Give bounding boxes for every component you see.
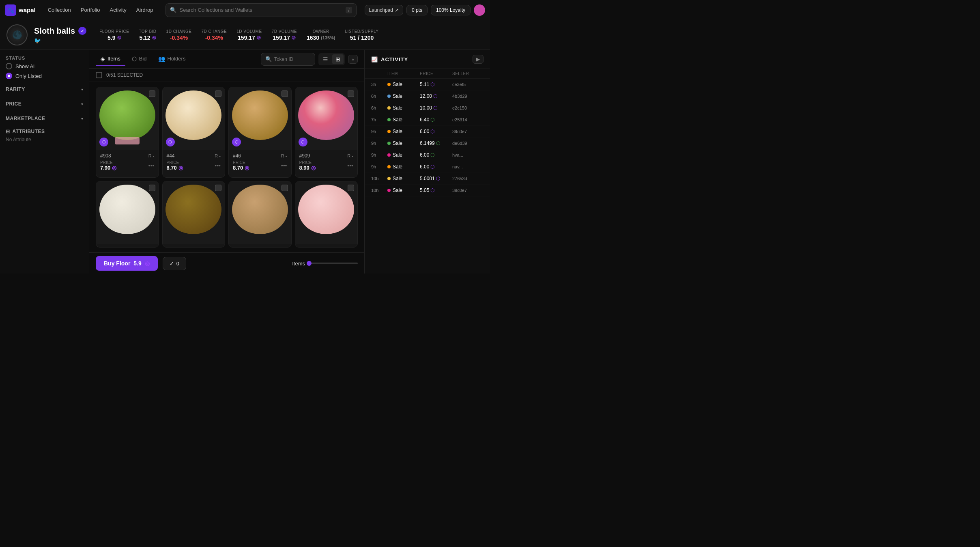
- nft-card-1[interactable]: ⬡ #44 R - PRICE 8.70 ◎: [162, 87, 226, 178]
- floor-price-label: FLOOR PRICE: [99, 29, 129, 34]
- token-id-input[interactable]: [274, 56, 311, 62]
- activity-row-2[interactable]: 6h Sale 10.00 ⬡ e2c150: [365, 102, 490, 114]
- center-panel: ◈ Items ⬡ Bid 👥 Holders 🔍 ☰ ⊞ »: [89, 50, 364, 274]
- wallet-avatar[interactable]: [474, 4, 485, 16]
- slider-track[interactable]: [309, 263, 358, 264]
- nav-airdrop[interactable]: Airdrop: [132, 4, 157, 15]
- nft-checkbox-7[interactable]: [348, 185, 354, 191]
- nft-card-4[interactable]: [96, 181, 159, 248]
- grid-view-btn[interactable]: ⊞: [332, 54, 344, 64]
- stat-owner: OWNER 1630 (135%): [307, 29, 335, 41]
- nft-marketplace-badge-3: ⬡: [299, 138, 307, 146]
- buy-floor-button[interactable]: Buy Floor 5.9 ◎: [96, 256, 158, 271]
- activity-row-3[interactable]: 7h Sale 6.40 ⬡ e25314: [365, 114, 490, 126]
- bid-tab-icon: ⬡: [132, 56, 137, 62]
- price-label-0: PRICE: [100, 160, 116, 165]
- logo[interactable]: 🐾 wapal: [5, 4, 36, 16]
- supply-value: 51 / 1200: [350, 34, 374, 41]
- tab-bid[interactable]: ⬡ Bid: [127, 52, 152, 66]
- activity-row-8[interactable]: 10h Sale 5.0001 ⬡ 27653d: [365, 173, 490, 185]
- nav-right: Launchpad ↗ 0 pts 100% Loyalty: [365, 4, 485, 16]
- list-view-btn[interactable]: ☰: [320, 54, 331, 64]
- select-all-checkbox[interactable]: [96, 72, 102, 78]
- rarity-filter-header[interactable]: RARITY ▾: [6, 85, 83, 94]
- activity-row-4[interactable]: 9h Sale 6.00 ⬡ 39c0e7: [365, 126, 490, 138]
- nav-portfolio[interactable]: Portfolio: [77, 4, 104, 15]
- slider-thumb[interactable]: [307, 261, 312, 266]
- nft-more-btn-1[interactable]: •••: [215, 162, 221, 169]
- nft-checkbox-4[interactable]: [149, 185, 155, 191]
- price-filter-header[interactable]: PRICE ▾: [6, 99, 83, 108]
- nft-grid: ⬡ #908 R - PRICE 7.90 ◎: [89, 82, 364, 252]
- activity-row-1[interactable]: 6h Sale 12.00 ⬡ 4b3d29: [365, 90, 490, 102]
- nft-checkbox-0[interactable]: [149, 90, 155, 97]
- launchpad-button[interactable]: Launchpad ↗: [365, 5, 403, 15]
- nft-more-btn-3[interactable]: •••: [347, 162, 353, 169]
- activity-columns: ITEM PRICE SELLER: [365, 69, 490, 79]
- nft-checkbox-3[interactable]: [348, 90, 354, 97]
- activity-row-7[interactable]: 9h Sale 6.00 ⬡ nav...: [365, 161, 490, 173]
- status-filter: STATUS Show All Only Listed: [6, 56, 83, 79]
- activity-tab-btn[interactable]: ▶: [473, 55, 484, 64]
- items-slider: Items: [292, 261, 358, 267]
- loyalty-button[interactable]: 100% Loyalty: [431, 5, 471, 15]
- type-dot-1: [387, 95, 391, 98]
- vol1d-label: 1D VOLUME: [236, 29, 262, 34]
- show-all-radio[interactable]: [6, 63, 12, 69]
- nft-id-row-2: #46 R -: [233, 153, 287, 159]
- attributes-icon: ⊟: [6, 129, 10, 134]
- twitter-icon[interactable]: 🐦: [34, 37, 86, 44]
- nav-activity[interactable]: Activity: [105, 4, 130, 15]
- nft-card-3[interactable]: ⬡ #909 R - PRICE 8.90 ◎: [295, 87, 358, 178]
- nft-more-btn-0[interactable]: •••: [148, 162, 155, 169]
- attributes-label: ATTRIBUTES: [13, 129, 45, 134]
- selection-bar: 0/51 SELECTED: [89, 69, 364, 82]
- attributes-header: ⊟ ATTRIBUTES: [6, 129, 83, 134]
- tab-holders[interactable]: 👥 Holders: [153, 52, 191, 66]
- nav-collection[interactable]: Collection: [44, 4, 75, 15]
- nft-id-3: #909: [299, 153, 310, 159]
- show-all-option[interactable]: Show All: [6, 63, 83, 69]
- floor-price-value: 5.9 ◎: [107, 34, 121, 41]
- cart-button[interactable]: ✓ 0: [163, 257, 186, 270]
- vol1d-value: 159.17 ◎: [238, 34, 261, 41]
- only-listed-radio[interactable]: [6, 73, 12, 79]
- nft-card-5[interactable]: [162, 181, 226, 248]
- type-dot-3: [387, 118, 391, 121]
- nft-ball-6: [232, 185, 288, 235]
- search-input[interactable]: [180, 7, 343, 13]
- logo-text: wapal: [19, 6, 36, 13]
- nft-checkbox-1[interactable]: [215, 90, 221, 97]
- nft-id-row-3: #909 R -: [299, 153, 354, 159]
- pts-button[interactable]: 0 pts: [406, 5, 428, 15]
- nft-card-7[interactable]: [295, 181, 358, 248]
- owner-value: 1630 (135%): [307, 34, 335, 41]
- tab-items[interactable]: ◈ Items: [96, 52, 125, 66]
- activity-row-5[interactable]: 9h Sale 6.1499 ⬡ de6d39: [365, 138, 490, 149]
- cart-count: 0: [176, 261, 179, 267]
- nft-card-6[interactable]: [228, 181, 292, 248]
- collapse-btn[interactable]: »: [348, 55, 358, 64]
- activity-row-6[interactable]: 9h Sale 6.00 ⬡ hva...: [365, 149, 490, 161]
- activity-row-0[interactable]: 3h Sale 5.11 ⬡ ce3ef5: [365, 79, 490, 90]
- act-price-9: 5.05 ⬡: [420, 187, 452, 193]
- collection-header: 🌑 Sloth balls ✓ 🐦 FLOOR PRICE 5.9 ◎ TOP …: [0, 20, 490, 50]
- nft-img-5: [163, 181, 225, 244]
- marketplace-filter-header[interactable]: MARKETPLACE ▾: [6, 114, 83, 123]
- act-seller-4: 39c0e7: [452, 129, 484, 134]
- token-search[interactable]: 🔍: [261, 53, 315, 66]
- search-bar[interactable]: 🔍 /: [165, 3, 357, 17]
- nft-more-btn-2[interactable]: •••: [281, 162, 287, 169]
- change7d-value: -0.34%: [205, 34, 223, 41]
- nft-card-0[interactable]: ⬡ #908 R - PRICE 7.90 ◎: [96, 87, 159, 178]
- nft-checkbox-6[interactable]: [282, 185, 288, 191]
- activity-row-9[interactable]: 10h Sale 5.05 ⬡ 39c0e7: [365, 185, 490, 196]
- no-attribute: No Attribute: [6, 137, 83, 142]
- nft-checkbox-5[interactable]: [215, 185, 221, 191]
- status-label: STATUS: [6, 56, 83, 60]
- act-price-5: 6.1499 ⬡: [420, 140, 452, 146]
- owner-label: OWNER: [313, 29, 329, 34]
- only-listed-option[interactable]: Only Listed: [6, 73, 83, 79]
- nft-card-2[interactable]: ⬡ #46 R - PRICE 8.70 ◎: [228, 87, 292, 178]
- nft-checkbox-2[interactable]: [282, 90, 288, 97]
